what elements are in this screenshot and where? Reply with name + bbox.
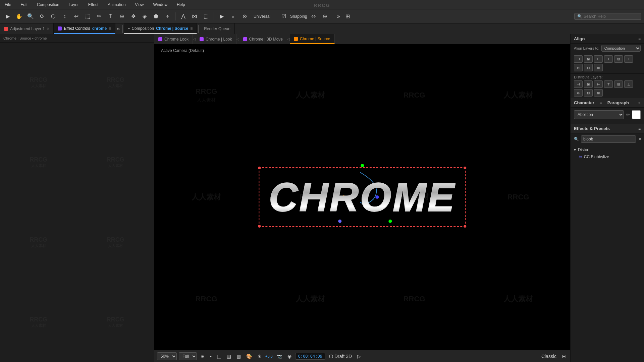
- align-extra2[interactable]: ⊟: [584, 64, 593, 71]
- paragraph-more-btn[interactable]: »: [638, 101, 641, 105]
- tab-menu-effect[interactable]: ≡: [109, 26, 111, 31]
- tool-track[interactable]: ⬚: [201, 12, 211, 21]
- tool-rotate[interactable]: ⟳: [37, 12, 47, 21]
- align-right-btn[interactable]: ⊢: [594, 55, 603, 63]
- effects-title: Effects & Presets: [574, 126, 610, 131]
- dist-btn-2[interactable]: ⊠: [584, 80, 593, 88]
- quality-select[interactable]: Full: [179, 352, 197, 360]
- snapping-options[interactable]: ⇔: [309, 12, 319, 21]
- tool-zoom[interactable]: 🔍: [25, 12, 36, 21]
- tool-camera[interactable]: ⬡: [48, 12, 58, 21]
- time-display[interactable]: 0:00:04:09: [295, 353, 325, 360]
- tool-motion[interactable]: ⋈: [190, 12, 200, 21]
- font-row: Abolition ✏: [574, 110, 641, 119]
- canvas-tab-3dmove[interactable]: Chrome | 3D Move: [239, 34, 287, 44]
- menu-item-effect[interactable]: Effect: [86, 1, 100, 8]
- canvas-tab-source[interactable]: Chrome | Source: [290, 34, 335, 44]
- menu-item-animation[interactable]: Animation: [106, 1, 127, 8]
- draft3d-btn[interactable]: ⬡ Draft 3D: [327, 353, 354, 360]
- effects-search-input[interactable]: [581, 135, 636, 143]
- comp-tab-menu[interactable]: ≡: [190, 26, 193, 31]
- zoom-select[interactable]: 50%: [157, 352, 177, 360]
- search-input[interactable]: [584, 14, 638, 19]
- snapshot-btn[interactable]: ▧: [225, 353, 233, 360]
- tool-brush[interactable]: ⊕: [117, 12, 127, 21]
- tool-addkey[interactable]: ⬦: [228, 12, 238, 21]
- menu-item-help[interactable]: Help: [175, 1, 187, 8]
- tab-effect-controls[interactable]: Effect Controls chrome ≡: [54, 23, 115, 34]
- toolbar-grid[interactable]: ⊞: [343, 12, 353, 21]
- tool-hand[interactable]: ✋: [14, 12, 24, 21]
- canvas-tab-chrome-look2[interactable]: Chrome | Look: [196, 34, 236, 44]
- font-color-swatch[interactable]: [632, 110, 641, 119]
- align-left-btn[interactable]: ⊣: [574, 55, 583, 63]
- comp-tab-name: Chrome | Source: [156, 26, 188, 31]
- panel-tabs-more[interactable]: »: [115, 24, 121, 33]
- tool-extra[interactable]: ⊕: [320, 12, 330, 21]
- tool-graph[interactable]: ⋀: [178, 12, 188, 21]
- tool-move[interactable]: ↕: [60, 12, 70, 21]
- camera-btn[interactable]: 📷: [275, 353, 284, 360]
- canvas-tab-color-3: [243, 37, 247, 41]
- menu-item-view[interactable]: View: [133, 1, 146, 8]
- dist-btn-9[interactable]: ⊞: [594, 89, 603, 97]
- exposure-btn[interactable]: ☀: [256, 353, 263, 360]
- dist-btn-4[interactable]: ⊤: [604, 80, 613, 88]
- align-menu-btn[interactable]: ≡: [638, 37, 641, 41]
- effects-menu-btn[interactable]: ≡: [638, 126, 641, 131]
- tool-rect[interactable]: ⬚: [83, 12, 93, 21]
- menu-item-layer[interactable]: Layer: [67, 1, 81, 8]
- tab-close-adjustment[interactable]: ✕: [47, 27, 49, 31]
- dist-btn-6[interactable]: ⊥: [624, 80, 633, 88]
- effects-clear-btn[interactable]: ✕: [638, 136, 642, 142]
- tab-render-queue[interactable]: Render Queue: [200, 23, 235, 34]
- align-extra1[interactable]: ⊜: [574, 64, 583, 71]
- tool-trim[interactable]: ⊗: [239, 12, 250, 21]
- align-top-btn[interactable]: ⊤: [604, 55, 613, 63]
- canvas-tab-chrome-look[interactable]: Chrome Look: [154, 34, 193, 44]
- align-vcenter-btn[interactable]: ⊟: [614, 55, 623, 63]
- dist-btn-8[interactable]: ⊟: [584, 89, 593, 97]
- align-bottom-btn[interactable]: ⊥: [624, 55, 633, 63]
- align-hcenter-btn[interactable]: ⊠: [584, 55, 593, 63]
- dist-btn-1[interactable]: ⊣: [574, 80, 583, 88]
- tool-roto[interactable]: ⬟: [151, 12, 161, 21]
- dist-btn-5[interactable]: ⊟: [614, 80, 623, 88]
- toolbar-more[interactable]: »: [336, 12, 341, 21]
- chrome-text-container[interactable]: CHROME: [269, 174, 455, 220]
- menu-item-window[interactable]: Window: [151, 1, 169, 8]
- tool-select[interactable]: ▶: [3, 12, 13, 21]
- distort-header[interactable]: ▾ Distort: [574, 146, 641, 153]
- tool-undo[interactable]: ↩: [71, 12, 81, 21]
- tool-text[interactable]: T: [105, 12, 115, 21]
- dist-btn-7[interactable]: ⊜: [574, 89, 583, 97]
- tool-play[interactable]: ▶: [217, 12, 227, 21]
- color-pick-btn[interactable]: 🎨: [245, 353, 254, 360]
- tool-pen[interactable]: ✏: [94, 12, 104, 21]
- menu-item-edit[interactable]: Edit: [18, 1, 30, 8]
- tool-clone[interactable]: ✥: [128, 12, 138, 21]
- tool-eraser[interactable]: ◈: [140, 12, 150, 21]
- panel-options-btn[interactable]: ⊟: [560, 353, 568, 360]
- toggle-transparency-btn[interactable]: ▪: [208, 353, 213, 360]
- align-extra3[interactable]: ⊞: [594, 64, 603, 71]
- tab-composition[interactable]: ▪ Composition Chrome | Source ≡: [124, 23, 197, 34]
- dist-btn-3[interactable]: ⊢: [594, 80, 603, 88]
- region-btn[interactable]: ⬚: [215, 353, 223, 360]
- tool-puppet[interactable]: ⌖: [162, 12, 172, 21]
- menu-item-file[interactable]: File: [3, 1, 13, 8]
- show-snapshot-btn[interactable]: ▨: [235, 353, 243, 360]
- motion-blur-btn[interactable]: ◉: [286, 353, 293, 360]
- font-picker-btn[interactable]: ✏: [626, 112, 630, 117]
- snapping-checkbox[interactable]: ☑: [279, 12, 289, 21]
- tab-adjustment-layer[interactable]: Adjustment Layer 1 ✕: [0, 23, 54, 34]
- align-to-select[interactable]: Composition: [601, 45, 641, 52]
- character-menu-btn[interactable]: ≡: [600, 101, 602, 105]
- font-select[interactable]: Abolition: [574, 110, 624, 119]
- universal-btn[interactable]: Universal: [251, 13, 273, 20]
- video-btn[interactable]: ▷: [356, 353, 363, 360]
- menu-item-composition[interactable]: Composition: [35, 1, 61, 8]
- toggle-grid-btn[interactable]: ⊞: [199, 353, 206, 360]
- cc-blobbylize-item[interactable]: fx CC Blobbylize: [574, 153, 641, 161]
- classic-btn[interactable]: Classic: [540, 353, 558, 360]
